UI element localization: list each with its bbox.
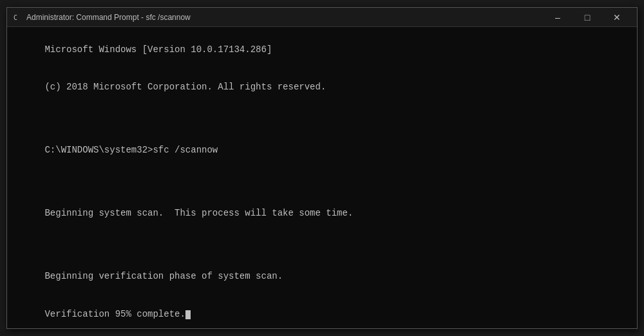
line6: Beginning system scan. This process will… [44,208,353,218]
line2: (c) 2018 Microsoft Corporation. All righ… [44,82,326,92]
line9: Verification 95% complete. [44,309,185,319]
line1: Microsoft Windows [Version 10.0.17134.28… [44,44,272,55]
cmd-window: C Administrator: Command Prompt - sfc /s… [6,7,638,329]
window-title: Administrator: Command Prompt - sfc /sca… [26,13,543,22]
close-button[interactable]: ✕ [602,8,632,27]
svg-text:C: C [14,14,17,21]
title-bar: C Administrator: Command Prompt - sfc /s… [7,8,637,27]
window-controls: – □ ✕ [543,8,632,27]
console-output: Microsoft Windows [Version 10.0.17134.28… [12,31,632,328]
line8: Beginning verification phase of system s… [44,271,283,281]
line4: C:\WINDOWS\system32>sfc /scannow [44,145,218,155]
cmd-icon: C [12,12,23,23]
maximize-button[interactable]: □ [573,8,602,27]
console-body[interactable]: Microsoft Windows [Version 10.0.17134.28… [7,27,637,328]
minimize-button[interactable]: – [543,8,573,27]
cursor-blink [185,310,191,319]
